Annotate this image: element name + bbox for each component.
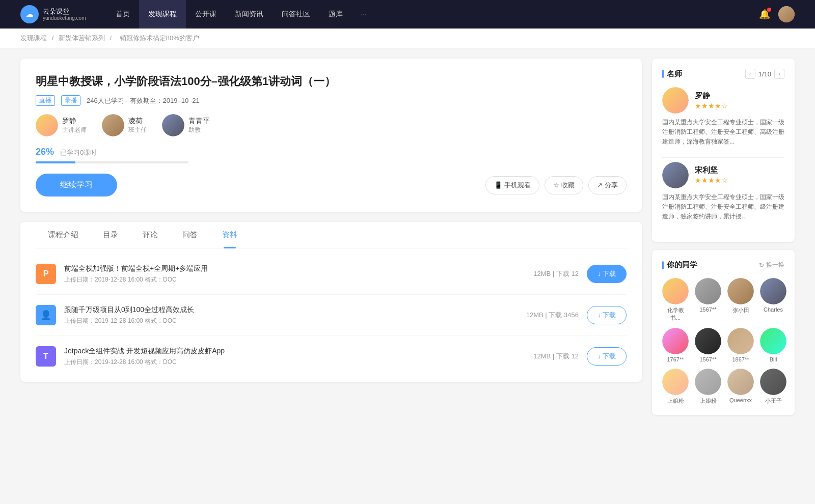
breadcrumb-link-1[interactable]: 发现课程	[20, 34, 47, 42]
nav-news[interactable]: 新闻资讯	[226, 0, 273, 29]
user-avatar[interactable]	[778, 6, 795, 22]
refresh-icon: ↻	[759, 262, 764, 269]
teacher-name-1: 罗静	[695, 91, 728, 101]
teacher-desc-1: 国内某重点大学安全工程专业硕士，国家一级注册消防工程师、注册安全工程师、高级注册…	[662, 118, 784, 147]
classmate-name-10: 上娘粉	[700, 397, 717, 405]
refresh-button[interactable]: ↻ 换一换	[759, 261, 784, 269]
classmate-9: 上娘粉	[662, 369, 689, 405]
teacher-header-1: 罗静 ★★★★☆	[662, 87, 784, 114]
course-meta: 直播 录播 246人已学习 · 有效期至：2019–10–21	[36, 95, 627, 106]
instructor-name-3: 青青平	[188, 117, 210, 126]
resource-item-1: P 前端全栈加强版！前端全栈+全周期+多端应用 上传日期：2019-12-28 …	[36, 254, 627, 295]
classmate-avatar-9[interactable]	[662, 369, 689, 395]
continue-button[interactable]: 继续学习	[36, 174, 117, 197]
tab-catalog[interactable]: 目录	[91, 222, 130, 248]
teacher-avatar-2	[662, 162, 689, 188]
resource-icon-1: P	[36, 264, 56, 284]
instructor-1: 罗静 主讲老师	[36, 114, 87, 136]
classmate-5: 1767**	[662, 328, 689, 362]
course-stats: 246人已学习 · 有效期至：2019–10–21	[87, 96, 200, 105]
teacher-avatar-1	[662, 87, 689, 114]
classmate-name-1: 化学教书...	[662, 306, 689, 322]
tab-review[interactable]: 评论	[130, 222, 170, 248]
classmate-6: 1567**	[695, 328, 721, 362]
tab-intro[interactable]: 课程介绍	[36, 222, 91, 248]
teachers-header: 名师 ‹ 1/10 ›	[662, 69, 784, 79]
logo-icon: ☁	[20, 5, 39, 23]
classmate-avatar-7[interactable]	[727, 328, 754, 354]
classmate-avatar-11[interactable]	[727, 369, 754, 395]
logo-text: 云朵课堂 yunduoketang.com	[43, 8, 86, 21]
tabs: 课程介绍 目录 评论 问答 资料	[36, 222, 627, 248]
instructor-avatar-3	[162, 114, 184, 136]
classmate-4: Charles	[760, 278, 786, 322]
resource-meta-1: 上传日期：2019-12-28 16:00 格式：DOC	[64, 275, 525, 284]
teachers-title: 名师	[662, 69, 682, 79]
classmate-7: 1867**	[727, 328, 754, 362]
mobile-view-button[interactable]: 📱 手机观看	[485, 176, 539, 194]
classmate-8: Bill	[760, 328, 786, 362]
progress-section: 26% 已学习0课时	[36, 147, 627, 163]
nav-qa[interactable]: 问答社区	[273, 0, 319, 29]
classmate-avatar-2[interactable]	[695, 278, 721, 304]
classmates-card: 你的同学 ↻ 换一换 化学教书... 1567**	[652, 250, 795, 415]
download-button-3[interactable]: ↓ 下载	[587, 347, 627, 366]
classmate-2: 1567**	[695, 278, 721, 322]
tag-live: 直播	[36, 95, 55, 106]
nav-more[interactable]: ···	[352, 0, 376, 29]
classmate-name-2: 1567**	[699, 306, 716, 313]
notification-bell[interactable]: 🔔	[759, 9, 770, 20]
instructor-name-1: 罗静	[62, 117, 87, 126]
classmate-avatar-10[interactable]	[695, 369, 721, 395]
nav-discover[interactable]: 发现课程	[139, 0, 186, 29]
resource-name-3: Jetpack全组件实战 开发短视频应用高仿皮皮虾App	[64, 347, 525, 356]
classmate-avatar-12[interactable]	[760, 369, 786, 395]
teacher-stars-1: ★★★★☆	[695, 102, 728, 110]
share-button[interactable]: ↗ 分享	[588, 176, 627, 194]
tabs-section: 课程介绍 目录 评论 问答 资料 P 前端全栈加强版！前端全栈+全周期+多端应用…	[20, 222, 642, 382]
teacher-stars-2: ★★★★☆	[695, 176, 728, 184]
progress-bar-fill	[36, 161, 75, 163]
classmates-header: 你的同学 ↻ 换一换	[662, 260, 784, 270]
classmate-1: 化学教书...	[662, 278, 689, 322]
classmate-avatar-5[interactable]	[662, 328, 689, 354]
divider	[662, 157, 784, 158]
download-button-2[interactable]: ↓ 下载	[587, 306, 627, 324]
classmate-11: Queenxx	[727, 369, 754, 405]
main-content: 明星中教授课，小学阶段语法100分–强化级第1讲动词（一） 直播 录播 246人…	[20, 59, 642, 423]
sidebar: 名师 ‹ 1/10 › 罗静 ★★★★☆ 国内某重点大学安全	[652, 59, 795, 423]
logo[interactable]: ☁ 云朵课堂 yunduoketang.com	[20, 5, 86, 23]
tag-recorded: 录播	[61, 95, 80, 106]
breadcrumb-link-2[interactable]: 新媒体营销系列	[59, 34, 105, 42]
classmate-avatar-1[interactable]	[662, 278, 689, 304]
classmate-name-5: 1767**	[667, 356, 684, 362]
tab-resources[interactable]: 资料	[210, 222, 250, 248]
course-actions: 继续学习 📱 手机观看 ☆ 收藏 ↗ 分享	[36, 174, 627, 197]
classmate-avatar-3[interactable]	[727, 278, 754, 304]
classmate-10: 上娘粉	[695, 369, 721, 405]
instructor-avatar-1	[36, 114, 58, 136]
classmate-avatar-6[interactable]	[695, 328, 721, 354]
instructor-3: 青青平 助教	[162, 114, 210, 136]
prev-page-button[interactable]: ‹	[745, 69, 755, 79]
classmate-avatar-4[interactable]	[760, 278, 786, 304]
download-button-1[interactable]: ↓ 下载	[587, 265, 627, 283]
nav-open[interactable]: 公开课	[186, 0, 226, 29]
classmate-name-8: Bill	[770, 356, 777, 362]
breadcrumb: 发现课程 / 新媒体营销系列 / 销冠修炼术搞定80%的客户	[0, 29, 815, 48]
star-icon: ☆	[553, 181, 559, 189]
nav-quiz[interactable]: 题库	[319, 0, 352, 29]
collect-button[interactable]: ☆ 收藏	[545, 176, 583, 194]
classmate-name-11: Queenxx	[729, 397, 752, 403]
next-page-button[interactable]: ›	[774, 69, 784, 79]
resource-info-1: 前端全栈加强版！前端全栈+全周期+多端应用 上传日期：2019-12-28 16…	[64, 264, 525, 284]
resource-item-3: T Jetpack全组件实战 开发短视频应用高仿皮皮虾App 上传日期：2019…	[36, 336, 627, 377]
classmate-avatar-8[interactable]	[760, 328, 786, 354]
course-card: 明星中教授课，小学阶段语法100分–强化级第1讲动词（一） 直播 录播 246人…	[20, 59, 642, 212]
classmate-name-9: 上娘粉	[667, 397, 684, 405]
tab-qa[interactable]: 问答	[170, 222, 210, 248]
breadcrumb-current: 销冠修炼术搞定80%的客户	[120, 34, 199, 42]
nav-home[interactable]: 首页	[106, 0, 139, 29]
nav-items: 首页 发现课程 公开课 新闻资讯 问答社区 题库 ···	[106, 0, 376, 29]
classmate-name-4: Charles	[764, 306, 783, 313]
